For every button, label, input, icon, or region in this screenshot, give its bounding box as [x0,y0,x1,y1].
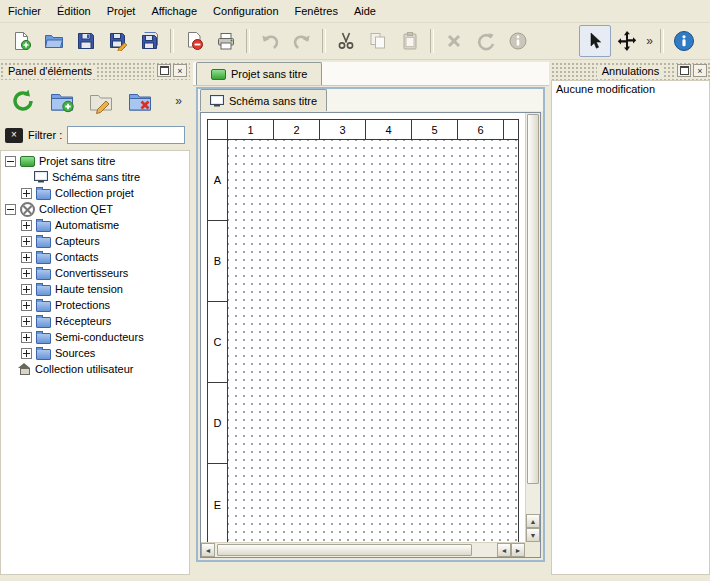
folder-icon [36,347,51,360]
save-as-button[interactable] [102,25,134,57]
scroll-down-button[interactable]: ▼ [526,528,540,542]
schematic-sheet: 1 2 3 4 5 6 A B C D E [207,119,519,542]
menu-affichage[interactable]: Affichage [143,2,205,20]
row-header: B [208,221,228,302]
tree-item-automatisme[interactable]: Automatisme [1,217,189,233]
edit-element-button[interactable] [83,83,119,119]
menu-edition[interactable]: Édition [49,2,99,20]
tree-item-collection-utilisateur[interactable]: Collection utilisateur [1,361,189,377]
delete-icon [444,31,464,51]
help-button[interactable] [668,25,700,57]
collapse-icon[interactable] [5,156,16,167]
tree-item-recepteurs[interactable]: Récepteurs [1,313,189,329]
tree-item-collection-qet[interactable]: Collection QET [1,201,189,217]
paste-button[interactable] [394,25,426,57]
tree-item-capteurs[interactable]: Capteurs [1,233,189,249]
copy-button[interactable] [362,25,394,57]
redo-button[interactable] [286,25,318,57]
folder-icon [36,283,51,296]
elements-toolbar-overflow-button[interactable]: » [172,94,185,108]
expand-icon[interactable] [21,316,32,327]
toolbar-separator [322,29,326,53]
float-panel-button[interactable] [157,64,171,77]
schematic-canvas[interactable]: 1 2 3 4 5 6 A B C D E [201,113,525,542]
tab-diagram[interactable]: Schéma sans titre [200,89,327,111]
sheet-corner [208,120,228,140]
expand-icon[interactable] [21,268,32,279]
save-all-button[interactable] [134,25,166,57]
tree-item-convertisseurs[interactable]: Convertisseurs [1,265,189,281]
delete-element-button[interactable] [122,83,158,119]
column-header: 1 [228,120,274,140]
tree-item-haute-tension[interactable]: Haute tension [1,281,189,297]
new-element-button[interactable] [44,83,80,119]
save-all-icon [140,31,160,51]
tab-project[interactable]: Projet sans titre [196,62,322,85]
float-panel-button[interactable] [677,64,691,77]
horizontal-scroll-thumb[interactable] [217,544,472,556]
column-header: 6 [458,120,504,140]
close-panel-button[interactable]: × [693,64,707,77]
menu-projet[interactable]: Projet [99,2,144,20]
tree-item-project[interactable]: Projet sans titre [1,153,189,169]
toolbar-overflow-button[interactable]: » [643,34,656,48]
move-tool-button[interactable] [611,25,643,57]
undo-panel-titlebar[interactable]: Annulations × [551,62,710,80]
tree-item-sources[interactable]: Sources [1,345,189,361]
open-document-button[interactable] [38,25,70,57]
menu-fenetres[interactable]: Fenêtres [287,2,346,20]
tree-item-protections[interactable]: Protections [1,297,189,313]
grid-paper[interactable] [228,140,518,542]
rotate-button[interactable] [470,25,502,57]
horizontal-scrollbar[interactable]: ◄ ◄ ► [201,542,525,557]
filter-input[interactable] [67,126,185,144]
application-window: Fichier Édition Projet Affichage Configu… [0,0,710,581]
pointer-select-button[interactable] [579,25,611,57]
undo-icon [260,31,280,51]
expand-icon[interactable] [21,220,32,231]
collapse-icon[interactable] [5,204,16,215]
menu-fichier[interactable]: Fichier [0,2,49,20]
expand-icon[interactable] [21,284,32,295]
scroll-up-button[interactable]: ▲ [526,514,540,528]
elements-panel-titlebar[interactable]: Panel d'éléments × [0,62,190,80]
expand-icon[interactable] [21,348,32,359]
menu-aide[interactable]: Aide [346,2,384,20]
menu-configuration[interactable]: Configuration [205,2,286,20]
expand-icon[interactable] [21,188,32,199]
print-button[interactable] [210,25,242,57]
tree-item-contacts[interactable]: Contacts [1,249,189,265]
close-panel-button[interactable]: × [173,64,187,77]
clear-filter-button[interactable]: × [5,128,23,143]
delete-button[interactable] [438,25,470,57]
info-icon [508,31,528,51]
new-document-icon [12,31,32,51]
delete-element-icon [127,88,153,114]
cut-button[interactable] [330,25,362,57]
elements-toolbar: » [0,80,190,122]
expand-icon[interactable] [21,252,32,263]
clear-filter-icon: × [11,130,17,140]
indent-spacer [5,365,14,374]
vertical-scrollbar[interactable]: ▲ ▼ [525,113,540,542]
reload-collections-button[interactable] [5,83,41,119]
close-icon: × [697,66,702,76]
undo-list-item[interactable]: Aucune modification [552,81,709,97]
save-button[interactable] [70,25,102,57]
scroll-right-button[interactable]: ► [511,543,525,557]
expand-icon[interactable] [21,236,32,247]
expand-icon[interactable] [21,300,32,311]
close-document-button[interactable] [178,25,210,57]
scroll-left-button[interactable]: ◄ [201,543,215,557]
info-button[interactable] [502,25,534,57]
tree-item-semi-conducteurs[interactable]: Semi-conducteurs [1,329,189,345]
scroll-left-button-2[interactable]: ◄ [497,543,511,557]
tree-item-diagram[interactable]: Schéma sans titre [1,169,189,185]
arrow-left-icon: ◄ [205,547,212,554]
expand-icon[interactable] [21,332,32,343]
project-window: Schéma sans titre 1 2 3 4 5 6 A B [196,87,545,562]
undo-button[interactable] [254,25,286,57]
vertical-scroll-thumb[interactable] [527,114,539,484]
new-document-button[interactable] [6,25,38,57]
tree-item-collection-projet[interactable]: Collection projet [1,185,189,201]
